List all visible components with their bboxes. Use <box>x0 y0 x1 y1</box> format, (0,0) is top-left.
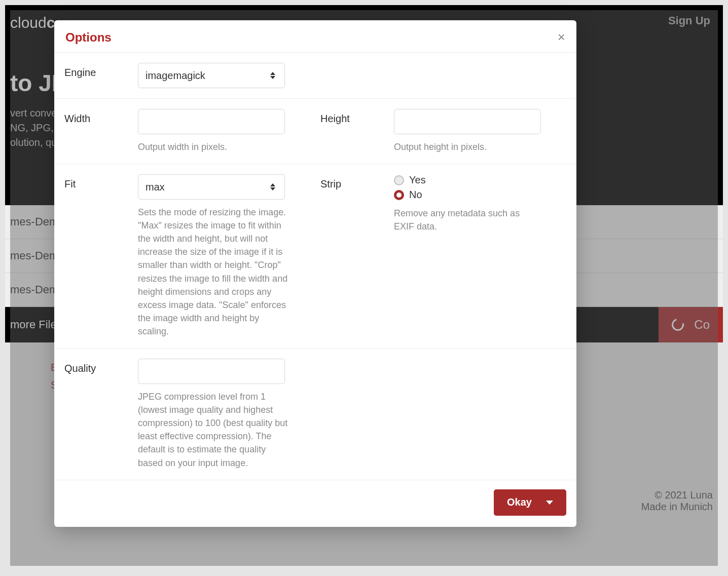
footer-right: © 2021 Luna Made in Munich <box>641 489 713 513</box>
brand-light: cloud <box>10 14 47 31</box>
made-in: Made in Munich <box>641 501 713 513</box>
section-fit-strip: Fit max Sets the mode of resizing the im… <box>54 164 576 349</box>
fit-help: Sets the mode of resizing the image. "Ma… <box>138 206 290 338</box>
field-height: Height Output height in pixels. <box>320 109 566 153</box>
copyright: © 2021 Luna <box>641 489 713 501</box>
modal-title: Options <box>65 30 112 45</box>
strip-radio-group: Yes No <box>394 174 566 201</box>
section-quality: Quality JPEG compression level from 1 (l… <box>54 349 576 480</box>
page: cloudc Sign Up to JPG vert conver NG, JP… <box>5 5 723 571</box>
section-dimensions: Width Output width in pixels. Height <box>54 99 576 164</box>
brand[interactable]: cloudc <box>10 14 55 31</box>
close-icon[interactable]: × <box>558 29 565 45</box>
okay-label: Okay <box>507 496 532 508</box>
convert-button[interactable]: Co <box>659 307 723 342</box>
caret-up-icon <box>270 183 275 186</box>
chevron-down-icon <box>546 501 553 505</box>
radio-selected-icon <box>394 190 404 200</box>
label-fit: Fit <box>64 174 138 338</box>
width-input[interactable] <box>138 109 285 134</box>
caret-up-icon <box>270 72 275 75</box>
label-engine: Engine <box>64 63 138 88</box>
signup-link[interactable]: Sign Up <box>668 14 710 27</box>
engine-select[interactable]: imagemagick <box>138 63 285 88</box>
label-width: Width <box>64 109 138 153</box>
convert-label: Co <box>694 318 710 332</box>
engine-select-value: imagemagick <box>145 70 205 82</box>
field-quality: Quality JPEG compression level from 1 (l… <box>64 359 310 470</box>
field-engine: Engine imagemagick <box>64 63 310 88</box>
field-fit: Fit max Sets the mode of resizing the im… <box>64 174 310 338</box>
strip-no-label: No <box>409 189 422 201</box>
label-height: Height <box>320 109 394 153</box>
caret-down-icon <box>270 76 275 79</box>
strip-yes-label: Yes <box>409 174 426 186</box>
fit-select[interactable]: max <box>138 174 285 200</box>
options-modal: Options × Engine imagemagick <box>54 20 576 527</box>
label-quality: Quality <box>64 359 138 470</box>
label-strip: Strip <box>320 174 394 338</box>
fit-select-value: max <box>145 181 165 193</box>
section-engine: Engine imagemagick <box>54 53 576 99</box>
caret-down-icon <box>270 187 275 190</box>
height-help: Output height in pixels. <box>394 140 546 153</box>
modal-header: Options × <box>54 20 576 53</box>
quality-help: JPEG compression level from 1 (lowest im… <box>138 390 290 470</box>
modal-footer: Okay <box>54 480 576 527</box>
radio-icon <box>394 175 404 185</box>
brand-bold: c <box>47 14 55 31</box>
field-strip: Strip Yes No Remove any m <box>320 174 566 338</box>
width-help: Output width in pixels. <box>138 140 290 153</box>
strip-yes-option[interactable]: Yes <box>394 174 566 186</box>
field-width: Width Output width in pixels. <box>64 109 310 153</box>
strip-help: Remove any metadata such as EXIF data. <box>394 207 526 233</box>
okay-button[interactable]: Okay <box>494 489 566 516</box>
height-input[interactable] <box>394 109 541 134</box>
refresh-icon <box>670 317 686 333</box>
strip-no-option[interactable]: No <box>394 189 566 201</box>
modal-body: Engine imagemagick Width <box>54 53 576 480</box>
quality-input[interactable] <box>138 359 285 384</box>
